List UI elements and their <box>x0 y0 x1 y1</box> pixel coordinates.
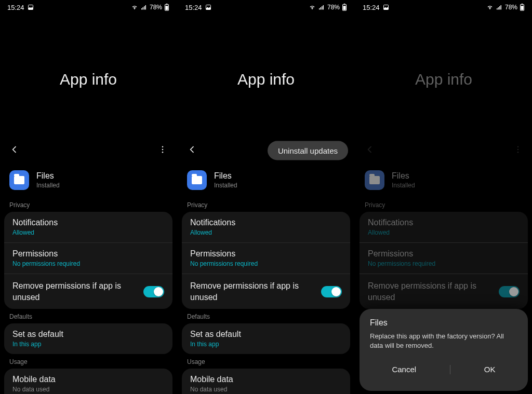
wifi-icon <box>486 4 494 10</box>
toolbar <box>355 140 532 161</box>
dialog-message: Replace this app with the factory versio… <box>370 332 517 350</box>
app-name: Files <box>214 171 237 181</box>
app-summary: Files Installed <box>178 170 354 197</box>
svg-rect-23 <box>500 5 501 10</box>
app-status: Installed <box>214 182 237 189</box>
app-icon <box>365 170 384 190</box>
app-icon <box>9 170 29 190</box>
section-defaults: Defaults <box>178 309 354 323</box>
menu-uninstall-updates[interactable]: Uninstall updates <box>268 141 348 160</box>
section-usage: Usage <box>0 354 177 369</box>
app-status: Installed <box>36 182 60 189</box>
svg-rect-20 <box>497 8 498 10</box>
battery-icon <box>342 4 347 11</box>
toggle-remove-permissions <box>499 286 520 297</box>
status-bar: 15:24 78% <box>0 0 177 15</box>
row-mobile-data[interactable]: Mobile data No data used <box>182 369 350 394</box>
dialog-separator <box>450 365 450 374</box>
svg-rect-3 <box>144 6 145 10</box>
dialog-ok-button[interactable]: OK <box>474 361 506 378</box>
battery-icon <box>164 4 169 11</box>
row-mobile-data[interactable]: Mobile data No data used <box>4 369 172 394</box>
app-summary: Files Installed <box>355 170 532 197</box>
dialog-title: Files <box>370 318 517 328</box>
toolbar: Uninstall updates <box>178 140 354 161</box>
page-title: App info <box>0 71 177 88</box>
svg-rect-1 <box>141 8 142 10</box>
svg-rect-4 <box>145 5 146 10</box>
status-time: 15:24 <box>7 4 24 11</box>
signal-icon <box>140 4 148 10</box>
row-notifications: Notifications Allowed <box>360 212 528 242</box>
picture-icon <box>205 4 211 10</box>
wifi-icon <box>131 4 138 10</box>
svg-point-28 <box>517 149 519 151</box>
screen-3: 15:24 78% App info Files Install <box>354 0 532 394</box>
status-time: 15:24 <box>363 4 380 11</box>
row-remove-permissions[interactable]: Remove permissions if app is unused <box>4 274 172 309</box>
back-button[interactable] <box>187 144 197 157</box>
page-title: App info <box>355 71 532 88</box>
confirm-dialog: Files Replace this app with the factory … <box>360 309 528 391</box>
row-permissions: Permissions No permissions required <box>360 242 528 274</box>
svg-rect-18 <box>343 6 346 10</box>
toggle-remove-permissions[interactable] <box>143 286 164 297</box>
svg-point-10 <box>162 152 164 153</box>
app-status: Installed <box>392 182 415 189</box>
section-defaults: Defaults <box>0 309 177 323</box>
app-name: Files <box>392 171 415 181</box>
more-button[interactable] <box>158 145 167 156</box>
row-remove-permissions: Remove permissions if app is unused <box>360 274 528 309</box>
status-battery-pct: 78% <box>150 4 162 11</box>
row-notifications[interactable]: Notifications Allowed <box>4 212 172 242</box>
more-button <box>513 145 523 156</box>
svg-rect-14 <box>322 6 323 10</box>
svg-rect-2 <box>142 7 143 10</box>
status-bar: 15:24 78% <box>355 0 532 15</box>
confirm-dialog-scrim: Files Replace this app with the factory … <box>360 309 528 394</box>
row-notifications[interactable]: Notifications Allowed <box>182 212 350 242</box>
row-set-default[interactable]: Set as default In this app <box>4 323 172 354</box>
status-battery-pct: 78% <box>327 4 340 11</box>
svg-rect-7 <box>166 6 168 10</box>
svg-point-9 <box>162 149 164 151</box>
signal-icon <box>318 4 325 10</box>
svg-rect-12 <box>319 8 320 10</box>
status-bar: 15:24 78% <box>178 0 354 15</box>
svg-rect-21 <box>498 7 499 10</box>
back-button[interactable] <box>9 144 20 157</box>
status-battery-pct: 78% <box>505 4 517 11</box>
section-privacy: Privacy <box>178 197 354 212</box>
svg-rect-22 <box>499 6 500 10</box>
svg-point-8 <box>162 146 164 147</box>
svg-rect-17 <box>344 4 345 4</box>
row-remove-permissions[interactable]: Remove permissions if app is unused <box>182 274 350 309</box>
wifi-icon <box>309 4 316 10</box>
svg-rect-13 <box>320 7 321 10</box>
section-privacy: Privacy <box>0 197 177 212</box>
battery-icon <box>520 4 525 11</box>
toolbar <box>0 140 177 161</box>
dialog-cancel-button[interactable]: Cancel <box>381 361 427 378</box>
svg-rect-26 <box>521 6 524 10</box>
screen-1: 15:24 78% App info Files Install <box>0 0 177 394</box>
svg-point-27 <box>517 146 519 147</box>
signal-icon <box>496 4 503 10</box>
section-privacy: Privacy <box>355 197 532 212</box>
toggle-remove-permissions[interactable] <box>321 286 342 297</box>
app-summary: Files Installed <box>0 170 177 197</box>
row-permissions[interactable]: Permissions No permissions required <box>182 242 350 274</box>
svg-rect-6 <box>166 4 168 4</box>
row-set-default[interactable]: Set as default In this app <box>182 323 350 354</box>
svg-point-29 <box>517 152 519 153</box>
page-title: App info <box>178 71 354 88</box>
app-icon <box>187 170 207 190</box>
section-usage: Usage <box>178 354 354 369</box>
screen-2: 15:24 78% App info Uninstall updates Fil… <box>177 0 354 394</box>
svg-rect-15 <box>323 5 324 10</box>
back-button <box>365 144 375 157</box>
row-permissions[interactable]: Permissions No permissions required <box>4 242 172 274</box>
status-time: 15:24 <box>185 4 202 11</box>
picture-icon <box>28 4 34 10</box>
svg-rect-25 <box>522 4 523 4</box>
